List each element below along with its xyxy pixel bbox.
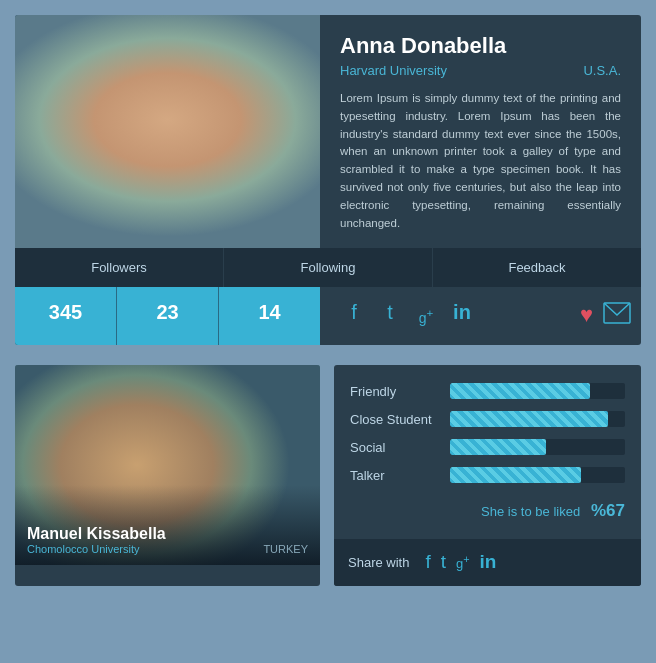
photo-name-overlay: Manuel Kissabella Chomolocco University … bbox=[15, 485, 320, 565]
facebook-icon[interactable]: f bbox=[340, 301, 368, 332]
stat-bar-fill-talker bbox=[450, 467, 581, 483]
mail-icon[interactable] bbox=[603, 302, 631, 329]
stats-content: Friendly Close Student Social Talker bbox=[334, 365, 641, 539]
googleplus-icon[interactable]: g+ bbox=[412, 301, 440, 332]
stat-row-social: Social bbox=[350, 439, 625, 455]
share-twitter-icon[interactable]: t bbox=[441, 551, 446, 574]
stat-bar-fill-friendly bbox=[450, 383, 590, 399]
stat-bar-wrap-friendly bbox=[450, 383, 625, 399]
profile-country: U.S.A. bbox=[583, 63, 621, 78]
stat-label-close-student: Close Student bbox=[350, 412, 450, 427]
social-section: f t g+ in ♥ bbox=[320, 287, 641, 346]
tab-followers[interactable]: Followers bbox=[15, 248, 224, 287]
university-name: Harvard University bbox=[340, 63, 447, 78]
share-row: Share with f t g+ in bbox=[334, 539, 641, 586]
profile-university-row: Harvard University U.S.A. bbox=[340, 63, 621, 78]
stat-bar-fill-social bbox=[450, 439, 546, 455]
stat-bar-wrap-close-student bbox=[450, 411, 625, 427]
stat-followers: 345 bbox=[15, 287, 117, 346]
profile-name: Anna Donabella bbox=[340, 33, 621, 59]
profile-info: Anna Donabella Harvard University U.S.A.… bbox=[320, 15, 641, 248]
profile-photo bbox=[15, 15, 320, 248]
tab-feedback[interactable]: Feedback bbox=[433, 248, 641, 287]
stats-section: 345 23 14 bbox=[15, 287, 320, 346]
liked-percent: %67 bbox=[591, 501, 625, 520]
share-linkedin-icon[interactable]: in bbox=[480, 551, 497, 574]
bottom-profile-photo: Manuel Kissabella Chomolocco University … bbox=[15, 365, 320, 565]
bottom-country: TURKEY bbox=[263, 543, 308, 555]
bottom-profile-name: Manuel Kissabella bbox=[27, 525, 308, 543]
action-icons: ♥ bbox=[580, 302, 631, 329]
stat-row-talker: Talker bbox=[350, 467, 625, 483]
share-googleplus-icon[interactable]: g+ bbox=[456, 551, 470, 574]
twitter-icon[interactable]: t bbox=[376, 301, 404, 332]
stats-social-wrapper: 345 23 14 f t g+ in ♥ bbox=[15, 287, 641, 346]
share-label: Share with bbox=[348, 555, 409, 570]
stat-following: 23 bbox=[117, 287, 219, 346]
top-profile-card: Anna Donabella Harvard University U.S.A.… bbox=[15, 15, 641, 345]
heart-icon[interactable]: ♥ bbox=[580, 302, 593, 329]
stat-bar-wrap-social bbox=[450, 439, 625, 455]
stat-bar-fill-close-student bbox=[450, 411, 608, 427]
stat-row-close-student: Close Student bbox=[350, 411, 625, 427]
stat-bar-wrap-talker bbox=[450, 467, 625, 483]
stat-label-friendly: Friendly bbox=[350, 384, 450, 399]
stat-label-talker: Talker bbox=[350, 468, 450, 483]
bottom-uni-row: Chomolocco University TURKEY bbox=[27, 543, 308, 555]
bottom-stats-card: Friendly Close Student Social Talker bbox=[334, 365, 641, 586]
liked-row: She is to be liked %67 bbox=[350, 495, 625, 529]
linkedin-icon[interactable]: in bbox=[448, 301, 476, 332]
profile-bio: Lorem Ipsum is simply dummy text of the … bbox=[340, 90, 621, 233]
stat-label-social: Social bbox=[350, 440, 450, 455]
liked-text: She is to be liked bbox=[481, 504, 580, 519]
share-facebook-icon[interactable]: f bbox=[425, 551, 430, 574]
tab-following[interactable]: Following bbox=[224, 248, 433, 287]
top-card-main: Anna Donabella Harvard University U.S.A.… bbox=[15, 15, 641, 248]
stat-row-friendly: Friendly bbox=[350, 383, 625, 399]
bottom-university: Chomolocco University bbox=[27, 543, 139, 555]
bottom-profile-card: Manuel Kissabella Chomolocco University … bbox=[15, 365, 320, 586]
stat-feedback: 14 bbox=[219, 287, 320, 346]
bottom-row: Manuel Kissabella Chomolocco University … bbox=[15, 365, 641, 586]
social-icons-group: f t g+ in bbox=[330, 287, 486, 346]
share-icons-group: f t g+ in bbox=[425, 551, 496, 574]
tabs-row: Followers Following Feedback bbox=[15, 248, 641, 287]
